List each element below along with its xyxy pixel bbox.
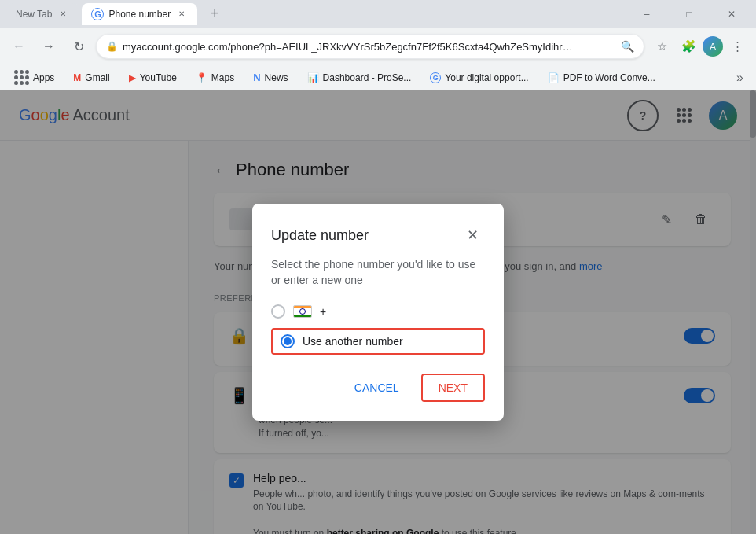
bookmark-dashboard[interactable]: 📊 Dashboard - ProSe... <box>299 69 420 87</box>
modal-description: Select the phone number you'd like to us… <box>271 257 485 288</box>
update-number-modal: Update number ✕ Select the phone number … <box>252 204 504 420</box>
minimize-button[interactable]: – <box>629 0 665 28</box>
window-controls: – □ ✕ <box>629 0 750 28</box>
star-button[interactable]: ☆ <box>649 34 674 59</box>
modal-close-button[interactable]: ✕ <box>460 223 485 248</box>
lock-icon: 🔒 <box>106 41 118 52</box>
india-flag-icon <box>293 305 312 318</box>
bookmarks-bar: Apps M Gmail ▶ YouTube 📍 Maps N News 📊 D… <box>0 65 756 90</box>
youtube-icon: ▶ <box>129 72 136 83</box>
dashboard-icon: 📊 <box>307 72 319 83</box>
modal-overlay: Update number ✕ Select the phone number … <box>0 90 756 534</box>
bookmark-dashboard-label: Dashboard - ProSe... <box>323 72 412 83</box>
radio-another[interactable] <box>281 334 295 348</box>
extensions-button[interactable]: 🧩 <box>676 34 701 59</box>
modal-footer: CANCEL NEXT <box>271 374 485 402</box>
modal-option-another[interactable]: Use another number <box>271 328 485 355</box>
bookmarks-more-button[interactable]: » <box>730 68 750 88</box>
modal-title: Update number <box>271 227 369 244</box>
maps-icon: 📍 <box>196 72 207 83</box>
address-bar[interactable]: 🔒 myaccount.google.com/phone?ph=AEIUL_JR… <box>96 34 644 59</box>
existing-number-plus: + <box>320 305 326 318</box>
bookmark-pdf[interactable]: 📄 PDF to Word Conve... <box>540 69 663 87</box>
bookmark-maps-label: Maps <box>211 72 234 83</box>
bookmark-digital[interactable]: G Your digital opport... <box>422 69 536 87</box>
forward-button[interactable]: → <box>36 34 61 59</box>
tab-phone-number-close[interactable]: ✕ <box>175 8 188 20</box>
tab-new-tab[interactable]: New Tab ✕ <box>6 3 79 25</box>
bookmark-news-label: News <box>265 72 288 83</box>
toolbar-icons: ☆ 🧩 A ⋮ <box>649 34 750 59</box>
bookmark-youtube[interactable]: ▶ YouTube <box>121 69 185 87</box>
close-button[interactable]: ✕ <box>714 0 750 28</box>
bookmark-youtube-label: YouTube <box>140 72 177 83</box>
titlebar: New Tab ✕ G Phone number ✕ + – □ ✕ <box>0 0 756 28</box>
bookmark-gmail-label: Gmail <box>85 72 109 83</box>
bookmark-digital-label: Your digital opport... <box>445 72 528 83</box>
radio-existing[interactable] <box>271 304 285 319</box>
modal-header: Update number ✕ <box>271 223 485 248</box>
new-tab-button[interactable]: + <box>204 3 226 25</box>
digital-icon: G <box>430 72 441 83</box>
bookmark-pdf-label: PDF to Word Conve... <box>563 72 655 83</box>
tab-new-tab-label: New Tab <box>16 9 52 20</box>
gmail-icon: M <box>73 72 81 83</box>
radio-another-inner <box>284 337 292 345</box>
modal-options: + Use another number <box>271 304 485 355</box>
bookmark-gmail[interactable]: M Gmail <box>65 69 117 87</box>
reload-button[interactable]: ↻ <box>66 34 91 59</box>
search-icon[interactable]: 🔍 <box>621 40 634 53</box>
menu-button[interactable]: ⋮ <box>725 34 750 59</box>
tab-phone-number[interactable]: G Phone number ✕ <box>82 3 197 25</box>
back-button[interactable]: ← <box>6 34 31 59</box>
page-content: Google Account ? A <box>0 90 756 534</box>
address-text: myaccount.google.com/phone?ph=AEIUL_JRXk… <box>123 41 578 53</box>
next-button[interactable]: NEXT <box>421 374 485 402</box>
bookmark-apps-label: Apps <box>33 72 54 83</box>
news-icon: N <box>253 72 260 83</box>
tab-phone-number-label: Phone number <box>108 9 171 20</box>
maximize-button[interactable]: □ <box>671 0 707 28</box>
profile-avatar[interactable]: A <box>703 36 723 57</box>
bookmark-apps[interactable]: Apps <box>6 67 62 88</box>
apps-icon <box>14 70 29 85</box>
cancel-button[interactable]: CANCEL <box>339 375 415 400</box>
bookmark-news[interactable]: N News <box>245 68 295 87</box>
tab-new-tab-close[interactable]: ✕ <box>57 8 69 20</box>
use-another-label: Use another number <box>303 335 403 348</box>
tab-favicon: G <box>91 8 104 20</box>
bookmark-maps[interactable]: 📍 Maps <box>188 69 242 87</box>
toolbar: ← → ↻ 🔒 myaccount.google.com/phone?ph=AE… <box>0 28 756 65</box>
modal-option-existing[interactable]: + <box>271 304 485 319</box>
pdf-icon: 📄 <box>548 72 560 83</box>
